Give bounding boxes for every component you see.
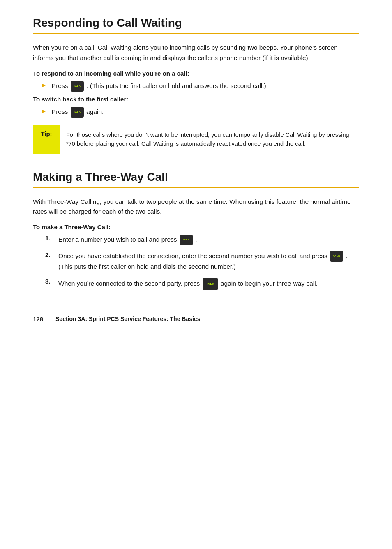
talk-button-step3: [203, 278, 218, 290]
talk-button-2: [71, 107, 84, 118]
section2-title: Making a Three-Way Call: [33, 171, 359, 184]
footer: 128 Section 3A: Sprint PCS Service Featu…: [33, 311, 359, 323]
step3-suffix: again to begin your three-way call.: [221, 280, 318, 287]
tip-label: Tip:: [41, 130, 52, 137]
section1-title: Responding to Call Waiting: [33, 16, 359, 30]
bullet1-suffix: . (This puts the first caller on hold an…: [86, 82, 266, 89]
section1-sub2-label: To switch back to the first caller:: [33, 96, 359, 103]
tip-content: For those calls where you don’t want to …: [60, 125, 359, 154]
step3-num: 3.: [45, 278, 53, 285]
section2-divider: [33, 187, 359, 188]
step1-label: Enter a number you wish to call and pres…: [58, 236, 177, 243]
section-three-way-call: Making a Three-Way Call With Three-Way C…: [33, 171, 359, 290]
step-3: 3. When you’re connected to the second p…: [45, 278, 359, 290]
step1-num: 1.: [45, 235, 53, 242]
bullet-item-1: ► Press . (This puts the first caller on…: [41, 81, 359, 92]
bullet-text-2: Press again.: [52, 107, 104, 118]
step3-label: When you’re connected to the second part…: [58, 280, 200, 287]
section2-sub-label: To make a Three-Way Call:: [33, 224, 359, 231]
bullet-arrow-2: ►: [41, 108, 47, 114]
tip-box: Tip: For those calls where you don’t wan…: [33, 125, 359, 154]
talk-button-1: [71, 81, 84, 92]
bullet2-suffix: again.: [86, 108, 104, 115]
section-call-waiting: Responding to Call Waiting When you’re o…: [33, 16, 359, 154]
step2-num: 2.: [45, 251, 53, 258]
numbered-list: 1. Enter a number you wish to call and p…: [45, 235, 359, 290]
talk-button-step1: [180, 235, 193, 245]
step2-text: Once you have established the connection…: [58, 251, 359, 272]
step1-text: Enter a number you wish to call and pres…: [58, 235, 197, 245]
step-1: 1. Enter a number you wish to call and p…: [45, 235, 359, 245]
press-label-1: Press: [52, 82, 68, 89]
section1-sub1-label: To respond to an incoming call while you…: [33, 70, 359, 77]
step-2: 2. Once you have established the connect…: [45, 251, 359, 272]
section2-intro: With Three-Way Calling, you can talk to …: [33, 197, 359, 217]
press-label-2: Press: [52, 108, 68, 115]
talk-button-step2: [330, 251, 343, 262]
step1-suffix: .: [195, 236, 197, 243]
section1-intro: When you’re on a call, Call Waiting aler…: [33, 43, 359, 63]
step3-text: When you’re connected to the second part…: [58, 278, 318, 290]
bullet-arrow-1: ►: [41, 82, 47, 88]
footer-page-number: 128: [33, 316, 43, 323]
bullet-text-1: Press . (This puts the first caller on h…: [52, 81, 266, 92]
step2-label: Once you have established the connection…: [58, 252, 327, 259]
section1-divider: [33, 33, 359, 34]
footer-section-label: Section 3A: Sprint PCS Service Features:…: [55, 316, 200, 322]
bullet-item-2: ► Press again.: [41, 107, 359, 118]
tip-label-cell: Tip:: [33, 125, 60, 154]
